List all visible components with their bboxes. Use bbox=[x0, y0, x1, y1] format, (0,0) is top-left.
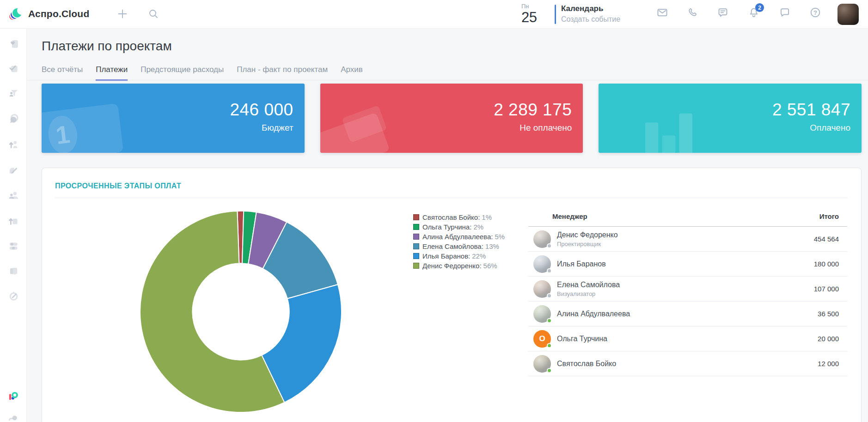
notification-badge: 2 bbox=[755, 3, 764, 12]
sidebar-item-people[interactable] bbox=[7, 189, 19, 201]
app-logo-icon bbox=[7, 6, 24, 22]
legend-item[interactable]: Святослав Бойко:1% bbox=[413, 212, 505, 222]
date-weekday: Пн bbox=[521, 3, 550, 10]
avatar bbox=[533, 355, 551, 373]
legend-label: Денис Федоренко: bbox=[422, 262, 482, 270]
table-row[interactable]: Денис ФедоренкоПроектировщик454 564 bbox=[528, 227, 847, 252]
apps-icon bbox=[7, 390, 19, 402]
sidebar-item-chat-round[interactable] bbox=[7, 113, 19, 125]
avatar bbox=[533, 280, 551, 298]
tab-upcoming-expenses[interactable]: Предстоящие расходы bbox=[141, 65, 224, 81]
legend-value: 13% bbox=[485, 242, 499, 250]
manager-role: Визуализатор bbox=[557, 290, 620, 297]
sidebar-item-user-up[interactable] bbox=[7, 138, 19, 150]
create-button[interactable] bbox=[116, 8, 128, 21]
report-panel: ПРОСРОЧЕННЫЕ ЭТАПЫ ОПЛАТ Святослав Бойко… bbox=[42, 168, 862, 422]
legend-label: Алина Абдулвалеева: bbox=[422, 233, 493, 241]
user-bottom-icon bbox=[7, 411, 19, 422]
svg-text:?: ? bbox=[813, 9, 817, 16]
funnel-icon bbox=[7, 87, 19, 99]
sidebar-item-upload[interactable] bbox=[7, 215, 19, 227]
date-widget[interactable]: Пн 25 bbox=[521, 3, 550, 25]
total-amount: 454 564 bbox=[814, 235, 847, 243]
legend-swatch bbox=[413, 234, 419, 240]
stat-card-banknote[interactable]: 1246 000Бюджет bbox=[42, 84, 305, 153]
stat-card-bar-chart[interactable]: 2 551 847Оплачено bbox=[599, 84, 862, 153]
app-logo[interactable]: Аспро.Cloud bbox=[7, 6, 89, 22]
sidebar-item-timer[interactable] bbox=[7, 290, 19, 302]
people-icon bbox=[7, 189, 19, 201]
status-dot bbox=[547, 318, 552, 323]
legend-swatch bbox=[413, 263, 419, 269]
plus-icon bbox=[116, 8, 128, 20]
sidebar-item-check[interactable] bbox=[7, 62, 19, 74]
note-icon[interactable] bbox=[717, 6, 729, 18]
sidebar bbox=[0, 29, 27, 422]
legend-label: Елена Самойлова: bbox=[422, 242, 483, 250]
legend-label: Илья Баранов: bbox=[422, 252, 470, 260]
sidebar-item-docs[interactable] bbox=[7, 265, 19, 277]
manager-name: Илья Баранов bbox=[557, 259, 606, 268]
legend-item[interactable]: Илья Баранов:22% bbox=[413, 251, 505, 261]
tab-all-reports[interactable]: Все отчёты bbox=[42, 65, 83, 81]
sidebar-item-toggles[interactable] bbox=[7, 240, 19, 252]
total-amount: 36 500 bbox=[818, 310, 847, 318]
legend-item[interactable]: Ольга Турчина:2% bbox=[413, 222, 505, 232]
legend-label: Святослав Бойко: bbox=[422, 213, 480, 221]
legend-item[interactable]: Алина Абдулвалеева:5% bbox=[413, 232, 505, 241]
tab-archive[interactable]: Архив bbox=[341, 65, 363, 81]
chat-icon[interactable] bbox=[779, 6, 791, 18]
manager-name: Ольга Турчина bbox=[557, 334, 607, 343]
page-title: Платежи по проектам bbox=[42, 39, 172, 54]
table-row[interactable]: Алина Абдулвалеева36 500 bbox=[528, 301, 847, 326]
manager-name: Елена Самойлова bbox=[557, 280, 620, 289]
table-row[interactable]: ООльга Турчина20 000 bbox=[528, 326, 847, 351]
section-divider bbox=[55, 198, 848, 198]
tab-plan-fact[interactable]: План - факт по проектам bbox=[237, 65, 328, 81]
status-dot bbox=[547, 368, 552, 373]
phone-icon[interactable] bbox=[687, 6, 699, 18]
table-row[interactable]: Елена СамойловаВизуализатор107 000 bbox=[528, 277, 847, 301]
stat-card-wallet[interactable]: 2 289 175Не оплачено bbox=[320, 84, 583, 153]
status-dot bbox=[547, 268, 552, 273]
sidebar-item-funnel[interactable] bbox=[7, 87, 19, 99]
sidebar-item-apps[interactable] bbox=[7, 390, 19, 402]
donut-chart[interactable] bbox=[138, 209, 343, 414]
bell-icon[interactable]: 2 bbox=[748, 6, 760, 18]
create-event-link[interactable]: Создать событие bbox=[561, 15, 620, 24]
mail-icon[interactable] bbox=[656, 6, 668, 18]
total-amount: 107 000 bbox=[814, 285, 847, 293]
table-row[interactable]: Святослав Бойко12 000 bbox=[528, 351, 847, 376]
search-button[interactable] bbox=[148, 8, 159, 21]
legend-item[interactable]: Денис Федоренко:56% bbox=[413, 261, 505, 271]
avatar bbox=[533, 255, 551, 273]
total-amount: 180 000 bbox=[814, 260, 847, 268]
sidebar-item-heart[interactable] bbox=[7, 38, 19, 50]
chat-round-icon bbox=[7, 113, 19, 125]
legend-swatch bbox=[413, 224, 419, 230]
tab-payments[interactable]: Платежи bbox=[96, 65, 128, 81]
status-dot bbox=[547, 243, 552, 248]
legend-value: 56% bbox=[483, 262, 497, 270]
table-header: Менеджер Итого bbox=[528, 207, 847, 227]
help-icon[interactable]: ? bbox=[809, 6, 821, 18]
manager-name: Денис Федоренко bbox=[557, 230, 618, 239]
legend-item[interactable]: Елена Самойлова:13% bbox=[413, 241, 505, 251]
calendar-widget[interactable]: Календарь Создать событие bbox=[561, 4, 620, 24]
manager-role: Проектировщик bbox=[557, 241, 618, 247]
user-avatar[interactable] bbox=[837, 4, 859, 25]
manager-name: Святослав Бойко bbox=[557, 359, 616, 368]
legend-swatch bbox=[413, 214, 419, 220]
chart-legend: Святослав Бойко:1%Ольга Турчина:2%Алина … bbox=[413, 212, 505, 271]
calendar-title: Календарь bbox=[561, 4, 620, 13]
top-header: Аспро.Cloud Пн 25 Календарь Создать собы… bbox=[0, 0, 868, 29]
upload-icon bbox=[7, 215, 19, 227]
table-row[interactable]: Илья Баранов180 000 bbox=[528, 252, 847, 277]
sidebar-item-user-bottom[interactable] bbox=[7, 411, 19, 422]
card-label: Не оплачено bbox=[320, 123, 572, 133]
sidebar-item-pencil[interactable] bbox=[7, 163, 19, 175]
status-dot bbox=[547, 293, 552, 298]
avatar: О bbox=[533, 330, 551, 348]
check-icon bbox=[7, 62, 19, 74]
status-dot bbox=[547, 343, 552, 348]
